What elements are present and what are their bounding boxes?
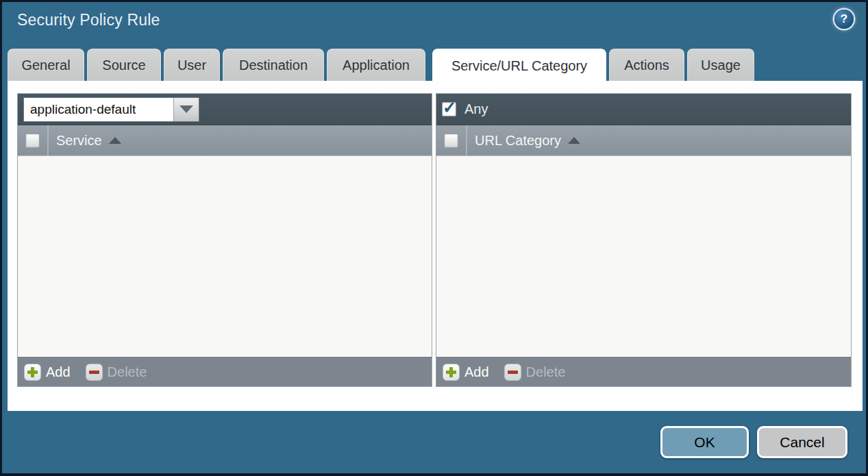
- tab-general[interactable]: General: [8, 49, 84, 81]
- delete-button-label: Delete: [526, 364, 566, 380]
- dialog-action-bar: OK Cancel: [660, 426, 847, 458]
- service-table-body: [18, 156, 432, 357]
- service-select-all-checkbox[interactable]: [25, 134, 40, 148]
- url-category-table-body: [436, 156, 851, 357]
- tab-user[interactable]: User: [164, 49, 220, 81]
- any-checkbox-row: ✓ Any: [442, 101, 488, 117]
- delete-button-label: Delete: [108, 364, 147, 380]
- url-category-add-button[interactable]: Add: [443, 364, 489, 381]
- chevron-down-icon: [179, 105, 193, 113]
- plus-icon: [24, 364, 41, 381]
- url-category-footer-toolbar: Add Delete: [436, 357, 851, 386]
- url-category-delete-button[interactable]: Delete: [504, 364, 566, 381]
- any-label: Any: [464, 101, 488, 117]
- service-column-header[interactable]: Service: [56, 133, 102, 149]
- security-policy-rule-dialog: Security Policy Rule ? General Source Us…: [0, 0, 868, 476]
- service-type-dropdown-value: application-default: [24, 98, 173, 121]
- check-icon: ✓: [443, 99, 456, 116]
- add-button-label: Add: [46, 364, 71, 380]
- service-toolbar: application-default: [18, 94, 432, 125]
- cancel-button[interactable]: Cancel: [757, 426, 847, 458]
- service-type-dropdown[interactable]: application-default: [23, 97, 199, 122]
- dropdown-arrow-button[interactable]: [173, 98, 199, 121]
- minus-icon: [504, 364, 521, 381]
- page-title: Security Policy Rule: [17, 11, 160, 29]
- service-header-checkbox-cell: [18, 125, 48, 155]
- service-footer-toolbar: Add Delete: [18, 357, 432, 386]
- url-category-toolbar: ✓ Any: [436, 94, 851, 125]
- tab-source[interactable]: Source: [87, 49, 161, 81]
- sort-ascending-icon: [568, 137, 580, 144]
- url-category-select-all-checkbox[interactable]: [444, 134, 458, 148]
- sort-ascending-icon: [109, 137, 121, 144]
- service-add-button[interactable]: Add: [24, 364, 71, 381]
- service-table-header: Service: [18, 125, 432, 156]
- minus-icon: [86, 364, 103, 381]
- tab-service-url-category[interactable]: Service/URL Category: [432, 49, 606, 82]
- any-checkbox[interactable]: ✓: [442, 102, 456, 116]
- plus-icon: [443, 364, 460, 381]
- service-panel: application-default Service Add: [17, 93, 432, 387]
- add-button-label: Add: [464, 364, 489, 380]
- url-category-panel: ✓ Any URL Category Add: [436, 93, 852, 387]
- question-mark-glyph: ?: [841, 12, 847, 26]
- ok-button[interactable]: OK: [660, 426, 749, 458]
- url-category-column-header[interactable]: URL Category: [475, 133, 561, 149]
- service-delete-button[interactable]: Delete: [86, 364, 147, 381]
- url-category-header-checkbox-cell: [436, 125, 467, 155]
- tab-application[interactable]: Application: [327, 49, 425, 81]
- tab-destination[interactable]: Destination: [223, 49, 324, 81]
- tab-bar: General Source User Destination Applicat…: [8, 49, 754, 81]
- url-category-table-header: URL Category: [436, 125, 851, 156]
- help-icon[interactable]: ?: [834, 10, 854, 29]
- tab-actions[interactable]: Actions: [609, 49, 684, 81]
- tab-usage[interactable]: Usage: [687, 49, 754, 81]
- tab-content-service-url-category: application-default Service Add: [8, 81, 863, 411]
